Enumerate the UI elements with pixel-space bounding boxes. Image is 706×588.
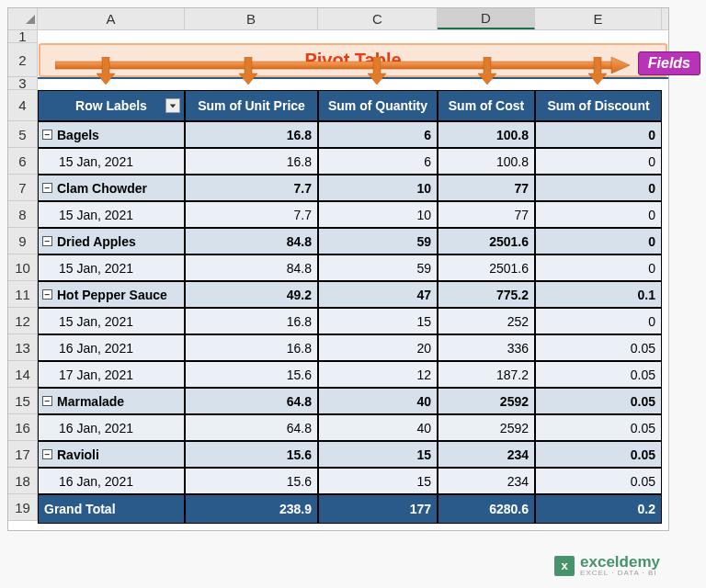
cell[interactable]: 15.6 [185,441,318,468]
cell[interactable]: 252 [438,308,535,334]
sub-label[interactable]: 17 Jan, 2021 [38,361,185,388]
category-label[interactable]: −Clam Chowder [38,175,185,201]
cell[interactable]: 6 [318,148,438,175]
cell[interactable]: 0 [535,254,662,281]
row-header-10[interactable]: 10 [8,254,38,281]
row-header-9[interactable]: 9 [8,228,38,254]
cell[interactable]: 16.8 [185,334,318,361]
cell[interactable]: 234 [438,468,535,494]
collapse-button[interactable]: − [42,396,52,406]
cell[interactable]: 0 [535,201,662,228]
cell[interactable]: 84.8 [185,254,318,281]
header-row-labels[interactable]: Row Labels [38,90,185,121]
cell[interactable]: 0 [535,121,662,148]
cell[interactable]: 2592 [438,388,535,414]
cell[interactable]: 16.8 [185,121,318,148]
cell[interactable]: 40 [318,388,438,414]
cell[interactable]: 336 [438,334,535,361]
row-header-3[interactable]: 3 [8,77,38,90]
cell[interactable]: 0 [535,228,662,254]
sub-label[interactable]: 15 Jan, 2021 [38,308,185,334]
collapse-button[interactable]: − [42,289,52,300]
cell[interactable]: 59 [318,254,438,281]
category-label[interactable]: −Marmalade [38,388,185,414]
collapse-button[interactable]: − [42,130,52,140]
cell[interactable]: 0.05 [535,468,662,494]
row-header-14[interactable]: 14 [8,361,38,388]
cell[interactable]: 15.6 [185,468,318,494]
cell[interactable]: 0.05 [535,361,662,388]
sub-label[interactable]: 16 Jan, 2021 [38,334,185,361]
col-header-e[interactable]: E [535,8,662,29]
col-header-a[interactable]: A [38,8,185,29]
header-quantity[interactable]: Sum of Quantity [318,90,438,121]
collapse-button[interactable]: − [42,236,52,246]
col-header-d[interactable]: D [438,8,535,29]
row-header-4[interactable]: 4 [8,90,38,121]
row-header-1[interactable]: 1 [8,30,38,43]
cell[interactable]: 234 [438,441,535,468]
row-header-5[interactable]: 5 [8,121,38,148]
row-header-6[interactable]: 6 [8,148,38,175]
cell[interactable]: 10 [318,201,438,228]
cell[interactable]: 775.2 [438,281,535,308]
sub-label[interactable]: 16 Jan, 2021 [38,414,185,441]
header-cost[interactable]: Sum of Cost [438,90,535,121]
cell[interactable]: 64.8 [185,388,318,414]
category-label[interactable]: −Hot Pepper Sauce [38,281,185,308]
category-label[interactable]: −Dried Apples [38,228,185,254]
cell[interactable]: 49.2 [185,281,318,308]
cell[interactable]: 2501.6 [438,254,535,281]
cell[interactable]: 7.7 [185,201,318,228]
cell[interactable]: 12 [318,361,438,388]
cell[interactable]: 15 [318,468,438,494]
cell[interactable]: 2592 [438,414,535,441]
cell[interactable]: 2501.6 [438,228,535,254]
cell[interactable]: 59 [318,228,438,254]
header-unit-price[interactable]: Sum of Unit Price [185,90,318,121]
sub-label[interactable]: 15 Jan, 2021 [38,254,185,281]
row-header-19[interactable]: 19 [8,494,38,521]
cell[interactable]: 0.05 [535,388,662,414]
cell[interactable]: 10 [318,175,438,201]
cell[interactable]: 64.8 [185,414,318,441]
row-header-12[interactable]: 12 [8,308,38,334]
cell[interactable]: 47 [318,281,438,308]
cell[interactable]: 16.8 [185,148,318,175]
sub-label[interactable]: 15 Jan, 2021 [38,201,185,228]
cell[interactable]: 0.1 [535,281,662,308]
cell[interactable]: 0.05 [535,334,662,361]
category-label[interactable]: −Bagels [38,121,185,148]
cell[interactable]: 84.8 [185,228,318,254]
collapse-button[interactable]: − [42,183,52,193]
cell[interactable]: 100.8 [438,148,535,175]
cell[interactable]: 15 [318,308,438,334]
cell[interactable]: 77 [438,175,535,201]
cell[interactable]: 40 [318,414,438,441]
cell[interactable]: 0 [535,308,662,334]
cell[interactable]: 100.8 [438,121,535,148]
cell[interactable]: 0.05 [535,441,662,468]
sub-label[interactable]: 16 Jan, 2021 [38,468,185,494]
cell[interactable]: 20 [318,334,438,361]
cell[interactable]: 187.2 [438,361,535,388]
select-all-corner[interactable] [8,8,38,29]
cell[interactable]: 7.7 [185,175,318,201]
cell[interactable]: 77 [438,201,535,228]
cell[interactable]: 16.8 [185,308,318,334]
cell[interactable]: 15 [318,441,438,468]
col-header-c[interactable]: C [318,8,438,29]
row-header-2[interactable]: 2 [8,43,38,77]
col-header-b[interactable]: B [185,8,318,29]
row-header-13[interactable]: 13 [8,334,38,361]
header-discount[interactable]: Sum of Discount [535,90,662,121]
row-header-7[interactable]: 7 [8,175,38,201]
cell[interactable]: 0 [535,148,662,175]
row-header-11[interactable]: 11 [8,281,38,308]
row-header-8[interactable]: 8 [8,201,38,228]
cell[interactable]: 0.05 [535,414,662,441]
category-label[interactable]: −Ravioli [38,441,185,468]
row-header-18[interactable]: 18 [8,468,38,494]
cell[interactable]: 0 [535,175,662,201]
filter-dropdown-button[interactable] [165,98,180,113]
